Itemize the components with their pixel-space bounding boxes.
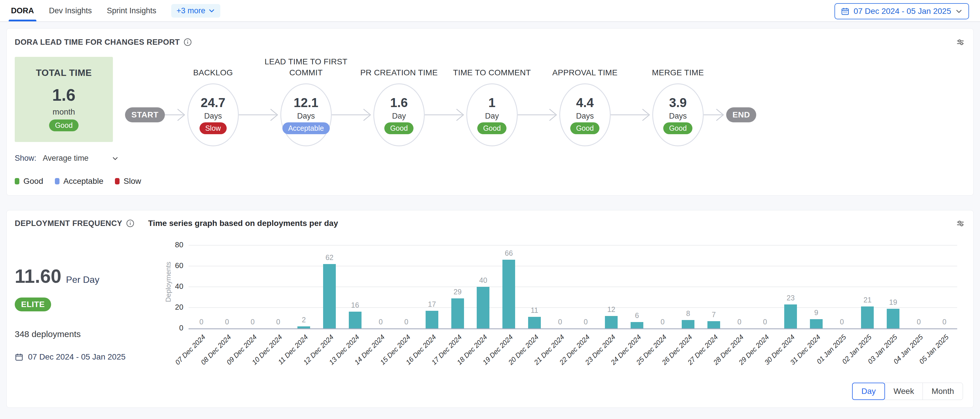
stage-approval-time: APPROVAL TIME4.4DaysGood	[559, 83, 611, 146]
deployment-rate: 11.60 Per Day	[15, 265, 145, 287]
y-axis-tick: 0	[166, 324, 183, 332]
bar-cell: 009 Dec 2024	[240, 246, 266, 329]
date-range-picker[interactable]: 07 Dec 2024 - 05 Jan 2025	[834, 3, 969, 19]
deployment-bar	[451, 298, 464, 329]
stage-unit: Days	[576, 112, 594, 121]
deployment-bar	[631, 322, 643, 329]
stage-value: 24.7	[200, 95, 226, 110]
deployment-bar	[784, 305, 797, 329]
more-tabs-chip[interactable]: +3 more	[171, 4, 220, 17]
bar-cell: 010 Dec 2024	[266, 246, 291, 329]
stage-unit: Days	[204, 112, 222, 121]
flow-arrow	[425, 107, 466, 123]
flow-end-pill: END	[726, 107, 757, 122]
bar-value-label: 9	[814, 308, 818, 317]
performance-tier-badge: ELITE	[15, 297, 51, 311]
bar-value-label: 11	[531, 306, 538, 314]
legend-item-good: Good	[15, 176, 43, 186]
calendar-icon	[841, 7, 850, 16]
status-legend: GoodAcceptableSlow	[15, 176, 965, 186]
show-metric-value: Average time	[43, 154, 89, 163]
y-axis-tick: 60	[166, 261, 183, 270]
bar-value-label: 23	[786, 294, 795, 302]
deployment-bar	[349, 312, 361, 329]
bar-cell: 015 Dec 2024	[393, 246, 419, 329]
tab-sprint-insights[interactable]: Sprint Insights	[107, 0, 156, 21]
tab-dora[interactable]: DORA	[11, 0, 34, 21]
deployment-chart: Deployments 020406080007 Dec 2024008 Dec…	[145, 246, 957, 362]
show-row: Show: Average time	[15, 154, 965, 163]
stage-circle: 1DayGood	[466, 83, 518, 146]
stage-value: 12.1	[294, 95, 318, 110]
legend-label: Good	[23, 176, 43, 186]
stage-value: 3.9	[669, 95, 687, 110]
stage-value: 1	[488, 95, 495, 110]
dora-dashboard-page: DORADev InsightsSprint Insights +3 more …	[0, 0, 980, 408]
y-axis-tick: 80	[166, 240, 183, 249]
stage-status-badge: Slow	[199, 122, 227, 134]
deployment-title-wrap: DEPLOYMENT FREQUENCY	[15, 219, 148, 228]
bar-value-label: 0	[584, 318, 588, 326]
bar-value-label: 0	[737, 318, 741, 326]
stage-unit: Days	[669, 112, 687, 121]
info-icon[interactable]	[183, 38, 192, 46]
lead-time-card-header: DORA LEAD TIME FOR CHANGES REPORT	[15, 37, 965, 47]
bar-cell: 211 Dec 2024	[291, 246, 317, 329]
bar-cell: 025 Dec 2024	[650, 246, 675, 329]
bar-cell: 014 Dec 2024	[368, 246, 393, 329]
show-metric-dropdown[interactable]: Average time	[43, 154, 119, 163]
deployment-frequency-card: DEPLOYMENT FREQUENCY Time series graph b…	[6, 210, 974, 408]
bar-cell: 001 Jan 2025	[829, 246, 855, 329]
stage-circle: 24.7DaysSlow	[188, 83, 239, 146]
chart-plot-area: 020406080007 Dec 2024008 Dec 2024009 Dec…	[189, 246, 957, 329]
chart-settings-icon[interactable]	[955, 37, 965, 47]
show-label: Show:	[15, 154, 37, 163]
stage-unit: Day	[485, 112, 499, 121]
y-axis-tick: 40	[166, 282, 183, 291]
chevron-down-icon	[112, 155, 119, 162]
stage-status-badge: Good	[570, 122, 600, 134]
stage-status-badge: Good	[663, 122, 692, 134]
topbar: DORADev InsightsSprint Insights +3 more …	[0, 0, 980, 22]
legend-swatch	[55, 178, 59, 184]
bar-cell: 727 Dec 2024	[701, 246, 727, 329]
stage-lead-time-to-first-commit: LEAD TIME TO FIRST COMMIT12.1DaysAccepta…	[280, 83, 332, 146]
info-icon[interactable]	[126, 219, 135, 228]
chart-title: Time series graph based on deployments p…	[148, 219, 338, 228]
stage-circle: 4.4DaysGood	[559, 83, 611, 146]
bar-value-label: 17	[428, 300, 436, 308]
bar-cell: 826 Dec 2024	[675, 246, 701, 329]
chart-settings-icon[interactable]	[955, 219, 965, 228]
toggle-week-button[interactable]: Week	[885, 382, 923, 400]
bar-value-label: 19	[889, 298, 897, 306]
bar-series: 007 Dec 2024008 Dec 2024009 Dec 2024010 …	[189, 246, 957, 329]
bar-value-label: 0	[404, 318, 408, 326]
deployment-rate-unit: Per Day	[66, 275, 100, 285]
total-time-status-badge: Good	[49, 119, 78, 131]
stage-pr-creation-time: PR CREATION TIME1.6DayGood	[373, 83, 425, 146]
stage-circle: 3.9DaysGood	[652, 83, 704, 146]
lead-time-body: TOTAL TIME 1.6 month Good STARTBACKLOG24…	[15, 57, 965, 146]
legend-swatch	[15, 178, 19, 184]
stage-unit: Day	[392, 112, 406, 121]
bar-value-label: 7	[712, 311, 716, 319]
lead-time-card: DORA LEAD TIME FOR CHANGES REPORT TOTAL …	[6, 28, 974, 196]
bar-cell: 931 Dec 2024	[803, 246, 829, 329]
bar-value-label: 0	[840, 318, 844, 326]
tab-dev-insights[interactable]: Dev Insights	[49, 0, 92, 21]
stage-time-to-comment: TIME TO COMMENT1DayGood	[466, 83, 518, 146]
bar-cell: 005 Jan 2025	[931, 246, 957, 329]
deployment-bar	[298, 326, 310, 329]
bar-value-label: 12	[607, 305, 615, 314]
legend-label: Slow	[124, 176, 141, 186]
toggle-day-button[interactable]: Day	[852, 382, 885, 400]
bar-cell: 022 Dec 2024	[573, 246, 598, 329]
bar-value-label: 66	[505, 249, 513, 257]
bar-cell: 6619 Dec 2024	[496, 246, 522, 329]
stage-label: PR CREATION TIME	[354, 67, 444, 78]
bar-value-label: 0	[225, 318, 229, 326]
bar-cell: 2330 Dec 2024	[778, 246, 803, 329]
deployment-bar	[503, 260, 515, 329]
bar-value-label: 2	[302, 316, 306, 324]
toggle-month-button[interactable]: Month	[923, 382, 963, 400]
